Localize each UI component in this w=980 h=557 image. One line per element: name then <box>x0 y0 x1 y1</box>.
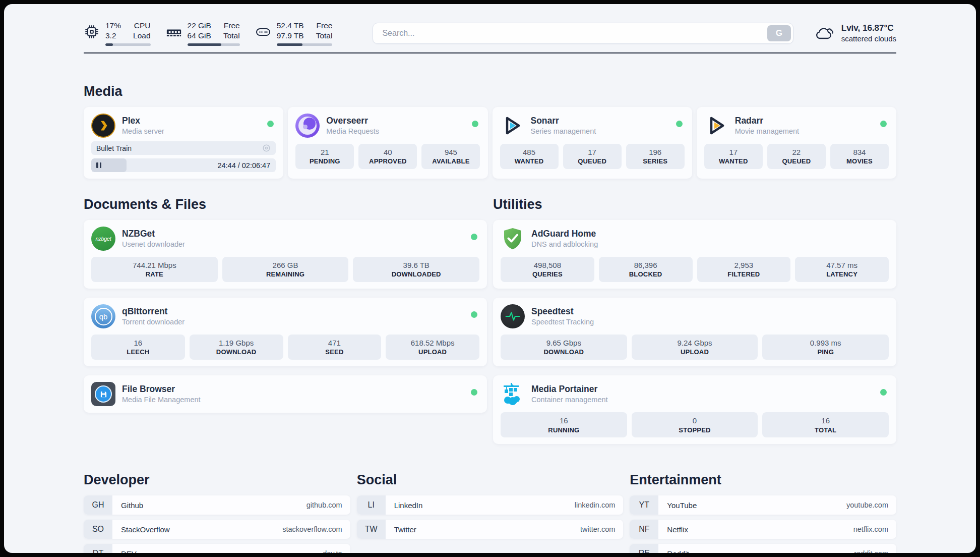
app-card-plex[interactable]: Plex Media server Bullet Train 24:44 / 0… <box>84 107 283 179</box>
bookmark-name: YouTube <box>658 495 846 515</box>
bookmark-linkedin[interactable]: LI LinkedIn linkedin.com <box>357 495 624 515</box>
now-playing-title: Bullet Train <box>96 144 132 152</box>
stat-blocked: 86,396 BLOCKED <box>599 257 693 282</box>
app-subtitle: Movie management <box>735 127 799 136</box>
pause-icon[interactable] <box>96 162 101 168</box>
nzbget-icon: nzbget <box>91 227 115 251</box>
app-card-radarr[interactable]: Radarr Movie management 17 WANTED 22 QUE… <box>697 107 896 179</box>
search-input[interactable] <box>373 23 793 44</box>
cloud-icon <box>814 25 835 41</box>
sonarr-icon <box>500 114 524 138</box>
app-card-speedtest[interactable]: Speedtest Speedtest Tracking 9.65 Gbps D… <box>493 298 896 366</box>
overseerr-icon <box>295 114 320 138</box>
playback-time: 24:44 / 02:06:47 <box>217 161 276 170</box>
stat-downloaded: 39.6 TB DOWNLOADED <box>353 257 479 282</box>
status-online-dot <box>471 234 477 240</box>
bookmark-reddit[interactable]: RE Reddit reddit.com <box>630 544 896 553</box>
app-subtitle: DNS and adblocking <box>531 240 598 249</box>
app-card-nzbget[interactable]: nzbget NZBGet Usenet downloader 744.21 M… <box>84 220 487 289</box>
app-subtitle: Torrent downloader <box>122 317 185 327</box>
bookmark-name: Twitter <box>386 520 580 539</box>
bookmark-abbr: RE <box>630 544 658 553</box>
bookmark-url: github.com <box>307 495 350 515</box>
bookmark-name: Github <box>112 495 307 515</box>
bookmark-name: StackOverflow <box>112 520 282 539</box>
app-name: AdGuard Home <box>531 228 598 240</box>
media-grid: Plex Media server Bullet Train 24:44 / 0… <box>84 107 896 179</box>
stat-filtered: 2,953 FILTERED <box>697 257 791 282</box>
bookmark-twitter[interactable]: TW Twitter twitter.com <box>357 520 624 539</box>
bookmark-url: dev.to <box>323 544 350 553</box>
stat-wanted: 485 WANTED <box>500 144 559 169</box>
stat-upload: 618.52 Mbps UPLOAD <box>386 335 479 360</box>
stat-total: 16 TOTAL <box>762 412 889 437</box>
app-subtitle: Speedtest Tracking <box>531 317 594 327</box>
app-name: File Browser <box>122 383 201 395</box>
disk-total-value: 97.9 TB <box>277 31 304 41</box>
bookmark-dev[interactable]: DT DEV dev.to <box>84 544 350 553</box>
cpu-value-load: 3.2 <box>105 31 121 41</box>
weather-condition: scattered clouds <box>841 34 896 44</box>
status-online-dot <box>676 121 683 127</box>
bookmark-stackoverflow[interactable]: SO StackOverflow stackoverflow.com <box>84 520 350 539</box>
disk-label-free: Free <box>316 21 333 31</box>
bookmark-abbr: TW <box>357 520 386 539</box>
bookmark-youtube[interactable]: YT YouTube youtube.com <box>630 495 896 515</box>
app-card-portainer[interactable]: Media Portainer Container management 16 … <box>493 375 896 444</box>
app-card-overseerr[interactable]: Overseerr Media Requests 21 PENDING 40 A… <box>288 107 487 179</box>
cpu-label-2: Load <box>133 31 150 41</box>
weather-location-temp: Lviv, 16.87°C <box>841 23 896 34</box>
section-title-social: Social <box>357 472 624 488</box>
bookmark-url: stackoverflow.com <box>282 520 350 539</box>
stat-ping: 0.993 ms PING <box>762 335 889 360</box>
cpu-value-percent: 17% <box>105 21 121 31</box>
section-title-documents: Documents & Files <box>84 197 487 212</box>
bookmark-abbr: SO <box>84 520 112 539</box>
bookmark-name: LinkedIn <box>386 495 575 515</box>
disk-progress-bar <box>277 43 333 46</box>
app-name: Sonarr <box>531 115 596 127</box>
stat-movies: 834 MOVIES <box>830 144 889 169</box>
app-name: Media Portainer <box>531 383 608 395</box>
app-card-adguard[interactable]: AdGuard Home DNS and adblocking 498,508 … <box>493 220 896 289</box>
bookmark-name: Reddit <box>658 544 854 553</box>
stat-download: 1.19 Gbps DOWNLOAD <box>190 335 283 360</box>
app-subtitle: Media File Management <box>122 395 201 405</box>
bookmark-abbr: LI <box>357 495 386 515</box>
section-title-media: Media <box>84 84 896 99</box>
cpu-progress-bar <box>105 43 151 46</box>
portainer-icon <box>501 382 525 406</box>
playback-progress-bar: 24:44 / 02:06:47 <box>91 158 276 172</box>
status-online-dot <box>472 121 478 127</box>
documents-column: Documents & Files nzbget NZBGet Usenet d… <box>84 179 487 413</box>
qbittorrent-icon: qb <box>91 304 115 328</box>
bookmark-netflix[interactable]: NF Netflix netflix.com <box>630 520 896 539</box>
disk-stat: 52.4 TB 97.9 TB Free Total <box>255 21 333 46</box>
header-bar: 17% 3.2 CPU Load <box>84 4 896 48</box>
stat-upload: 9.24 Gbps UPLOAD <box>632 335 758 360</box>
cpu-stat: 17% 3.2 CPU Load <box>84 21 151 46</box>
cpu-icon <box>84 24 100 40</box>
app-subtitle: Usenet downloader <box>122 240 185 249</box>
bookmark-name: DEV <box>112 544 323 553</box>
header-divider <box>84 52 896 53</box>
status-online-dot <box>880 121 887 127</box>
stat-leech: 16 LEECH <box>91 335 185 360</box>
section-title-entertainment: Entertainment <box>630 472 896 488</box>
app-card-qbittorrent[interactable]: qb qBittorrent Torrent downloader 16 <box>84 298 487 366</box>
app-name: Speedtest <box>531 306 594 317</box>
app-card-sonarr[interactable]: Sonarr Series management 485 WANTED 17 Q… <box>493 107 692 179</box>
weather-widget[interactable]: Lviv, 16.87°C scattered clouds <box>814 23 896 44</box>
stat-remaining: 266 GB REMAINING <box>222 257 349 282</box>
speedtest-icon <box>501 304 525 328</box>
bookmark-url: linkedin.com <box>575 495 624 515</box>
bookmark-url: twitter.com <box>580 520 623 539</box>
stat-wanted: 17 WANTED <box>704 144 763 169</box>
search-engine-button[interactable]: G <box>767 25 791 41</box>
app-name: Radarr <box>735 115 799 127</box>
app-card-filebrowser[interactable]: File Browser Media File Management <box>84 375 487 413</box>
now-playing-row: Bullet Train <box>91 141 276 155</box>
filebrowser-icon <box>91 382 115 406</box>
bookmark-github[interactable]: GH Github github.com <box>84 495 350 515</box>
session-disc-icon[interactable] <box>262 144 271 152</box>
